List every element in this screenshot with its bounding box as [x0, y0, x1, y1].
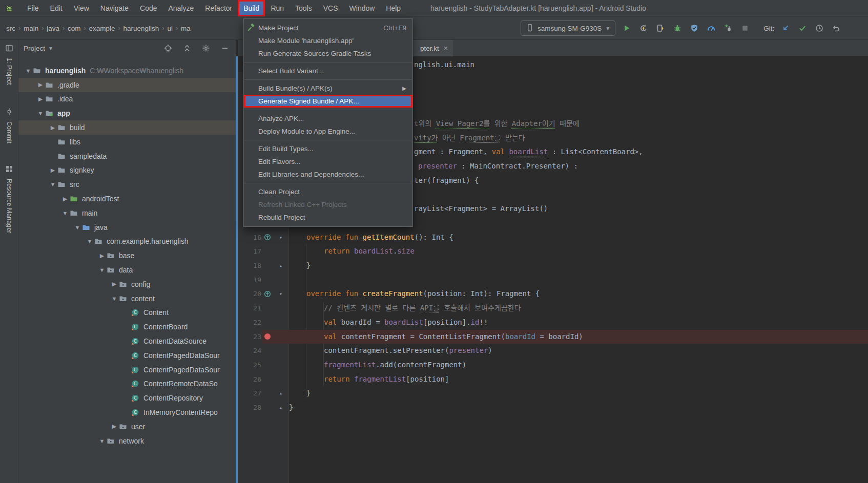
chevron-right-icon[interactable]: ▶: [60, 196, 70, 202]
breadcrumb-item[interactable]: com: [68, 25, 81, 32]
menu-item-analyze-apk[interactable]: Analyze APK...: [244, 112, 412, 125]
hide-panel-button[interactable]: [219, 43, 231, 54]
fold-marker-icon[interactable]: ▾: [277, 287, 285, 301]
tree-item-network[interactable]: ▼network: [18, 434, 236, 448]
menu-item-rebuild-project[interactable]: Rebuild Project: [244, 211, 412, 224]
device-selector[interactable]: samsung SM-G930S ▼: [521, 20, 615, 36]
menu-item-edit-build-types[interactable]: Edit Build Types...: [244, 142, 412, 155]
override-method-icon[interactable]: [263, 290, 272, 299]
tree-item-InMemoryContentRepo[interactable]: CInMemoryContentRepo: [18, 405, 236, 419]
breadcrumb-item[interactable]: src: [6, 25, 15, 32]
chevron-down-icon[interactable]: ▼: [48, 181, 57, 187]
git-update-button[interactable]: [780, 23, 791, 34]
project-view-selector[interactable]: Project: [24, 45, 45, 52]
menu-run[interactable]: Run: [265, 0, 290, 16]
tree-item-ContentRemoteDataSo[interactable]: CContentRemoteDataSo: [18, 377, 236, 391]
menu-analyze[interactable]: Analyze: [163, 0, 200, 16]
tool-stripe-1-project[interactable]: 1: Project: [0, 44, 18, 85]
breadcrumb-item[interactable]: example: [89, 25, 115, 32]
chevron-right-icon[interactable]: ▶: [97, 253, 107, 259]
menu-item-run-generate-sources-gradle-tasks[interactable]: Run Generate Sources Gradle Tasks: [244, 47, 412, 60]
menu-item-build-bundle-s-apk-s[interactable]: Build Bundle(s) / APK(s)▶: [244, 82, 412, 95]
menu-file[interactable]: File: [22, 0, 45, 16]
tree-item-base[interactable]: ▶base: [18, 248, 236, 263]
tree-item-ContentPagedDataSour[interactable]: CContentPagedDataSour: [18, 348, 236, 363]
chevron-right-icon[interactable]: ▶: [110, 423, 119, 430]
chevron-down-icon[interactable]: ▼: [110, 296, 119, 302]
menu-item-edit-libraries-and-dependencies[interactable]: Edit Libraries and Dependencies...: [244, 168, 412, 181]
chevron-down-icon[interactable]: ▼: [36, 110, 45, 116]
tree-item-com.example.haruenglish[interactable]: ▼com.example.haruenglish: [18, 235, 236, 249]
chevron-down-icon[interactable]: ▼: [97, 438, 107, 444]
menu-edit[interactable]: Edit: [45, 0, 68, 16]
tree-item-java[interactable]: ▼java: [18, 220, 236, 235]
fold-marker-icon[interactable]: ▴: [277, 259, 285, 273]
locate-button[interactable]: [162, 43, 174, 54]
tree-item-libs[interactable]: libs: [18, 135, 236, 149]
breadcrumb-item[interactable]: java: [47, 25, 59, 32]
close-icon[interactable]: ×: [444, 44, 448, 52]
settings-button[interactable]: [200, 43, 212, 54]
coverage-button[interactable]: [689, 23, 700, 34]
breadcrumb-item[interactable]: ma: [181, 25, 191, 32]
tree-item-sampledata[interactable]: sampledata: [18, 149, 236, 163]
menu-window[interactable]: Window: [344, 0, 381, 16]
chevron-down-icon[interactable]: ▼: [73, 224, 82, 230]
package-breadcrumb[interactable]: nglish.ui.main: [414, 58, 474, 71]
fold-marker-icon[interactable]: ▴: [277, 386, 285, 401]
attach-debugger-button[interactable]: [722, 23, 734, 34]
chevron-right-icon[interactable]: ▶: [48, 167, 57, 174]
git-commit-button[interactable]: [797, 23, 808, 34]
fold-marker-icon[interactable]: ▾: [277, 230, 285, 245]
tree-item-.idea[interactable]: ▶.idea: [18, 92, 236, 107]
tree-item-Content[interactable]: CContent: [18, 306, 236, 320]
override-method-icon[interactable]: [263, 233, 272, 242]
menu-code[interactable]: Code: [134, 0, 162, 16]
menu-item-make-module-haruenglish-app[interactable]: Make Module 'haruenglish.app': [244, 34, 412, 47]
tree-item-main[interactable]: ▼main: [18, 206, 236, 220]
menu-item-deploy-module-to-app-engine[interactable]: Deploy Module to App Engine...: [244, 125, 412, 138]
tree-item-data[interactable]: ▼data: [18, 263, 236, 277]
tree-item-ContentDataSource[interactable]: CContentDataSource: [18, 334, 236, 348]
tree-item-ContentBoard[interactable]: CContentBoard: [18, 320, 236, 334]
profiler-button[interactable]: [706, 23, 717, 34]
menu-refactor[interactable]: Refactor: [199, 0, 238, 16]
menu-item-generate-signed-bundle-apk[interactable]: Generate Signed Bundle / APK...: [244, 95, 412, 108]
breadcrumb-item[interactable]: haruenglish: [123, 25, 159, 32]
chevron-down-icon[interactable]: ▼: [60, 210, 70, 216]
tree-item-build[interactable]: ▶build: [18, 120, 236, 135]
menu-help[interactable]: Help: [380, 0, 406, 16]
menu-item-make-project[interactable]: Make ProjectCtrl+F9: [244, 22, 412, 34]
tree-item-ContentRepository[interactable]: CContentRepository: [18, 391, 236, 405]
menu-navigate[interactable]: Navigate: [95, 0, 134, 16]
tree-item-content[interactable]: ▼content: [18, 291, 236, 306]
menu-vcs[interactable]: VCS: [318, 0, 344, 16]
tree-item-app[interactable]: ▼app: [18, 106, 236, 120]
chevron-right-icon[interactable]: ▶: [36, 81, 45, 88]
fold-marker-icon[interactable]: ▴: [277, 401, 285, 415]
breakpoint-icon[interactable]: [263, 332, 272, 341]
chevron-right-icon[interactable]: ▶: [110, 281, 119, 287]
debug-button[interactable]: [672, 23, 683, 34]
chevron-down-icon[interactable]: ▼: [85, 238, 94, 244]
tool-stripe-resource-manager[interactable]: Resource Manager: [0, 165, 18, 233]
run-button[interactable]: [621, 23, 632, 34]
collapse-all-button[interactable]: [181, 43, 193, 54]
tree-item-signkey[interactable]: ▶signkey: [18, 163, 236, 178]
menu-view[interactable]: View: [68, 0, 95, 16]
chevron-right-icon[interactable]: ▶: [36, 96, 45, 102]
menu-item-clean-project[interactable]: Clean Project: [244, 185, 412, 198]
tree-item-user[interactable]: ▶user: [18, 419, 236, 434]
chevron-down-icon[interactable]: ▼: [97, 267, 107, 273]
menu-build[interactable]: Build: [238, 0, 265, 16]
breadcrumb-item[interactable]: main: [24, 25, 38, 32]
apply-code-changes-button[interactable]: [655, 23, 666, 34]
menu-tools[interactable]: Tools: [290, 0, 318, 16]
breadcrumb-item[interactable]: ui: [167, 25, 173, 32]
git-rollback-button[interactable]: [831, 23, 842, 34]
menu-item-edit-flavors[interactable]: Edit Flavors...: [244, 155, 412, 168]
menu-item-select-build-variant[interactable]: Select Build Variant...: [244, 65, 412, 77]
tool-stripe-commit[interactable]: Commit: [0, 108, 18, 143]
apply-changes-button[interactable]: [638, 23, 649, 34]
tree-item-haruenglish[interactable]: ▼haruenglishC:₩Workspace₩haruenglish: [18, 64, 236, 78]
